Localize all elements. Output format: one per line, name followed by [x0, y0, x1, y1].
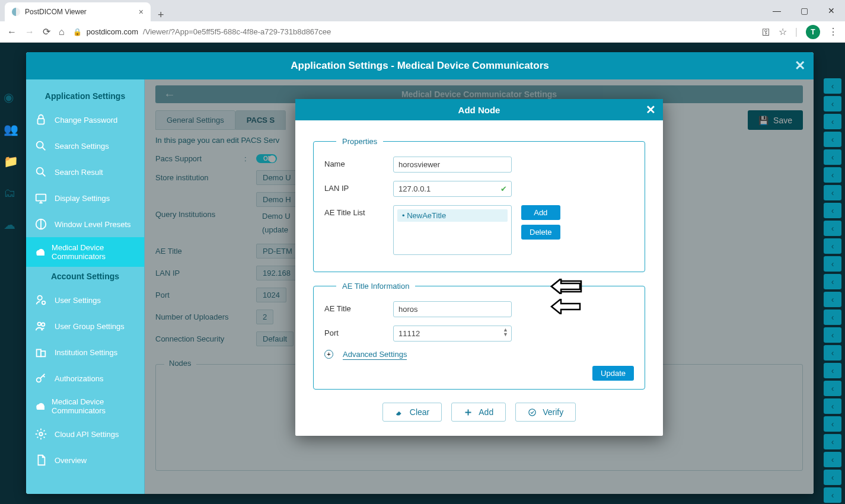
home-button[interactable]: ⌂: [59, 27, 65, 37]
clear-button[interactable]: Clear: [382, 403, 442, 422]
sidebar-item-user-settings[interactable]: User Settings: [26, 287, 144, 313]
panel-toggle[interactable]: ‹: [824, 363, 841, 378]
sidebar-item-label: Overview: [55, 456, 87, 465]
folder-icon[interactable]: 📁: [4, 154, 18, 168]
sidebar-item-label: User Group Settings: [55, 322, 125, 331]
svg-rect-10: [41, 351, 45, 356]
key-icon[interactable]: ⚿: [762, 27, 770, 37]
delete-aetitle-button[interactable]: Delete: [521, 225, 560, 240]
panel-toggle[interactable]: ‹: [824, 78, 841, 94]
close-window-button[interactable]: ✕: [818, 6, 845, 15]
sidebar-item-usergroup[interactable]: User Group Settings: [26, 313, 144, 339]
profile-avatar[interactable]: T: [806, 25, 820, 39]
sidebar-item-label: Medical Device Communicators: [52, 397, 136, 415]
sidebar-item-search-result[interactable]: Search Result: [26, 159, 144, 185]
settings-title: Application Settings - Medical Device Co…: [291, 60, 549, 72]
svg-point-11: [37, 378, 41, 382]
panel-toggle[interactable]: ‹: [824, 238, 841, 254]
sidebar-item-overview[interactable]: Overview: [26, 447, 144, 473]
panel-toggle[interactable]: ‹: [824, 327, 841, 343]
building-icon: [34, 346, 47, 359]
lanip-input[interactable]: [393, 181, 512, 197]
number-spinner-icon[interactable]: ▲▼: [503, 327, 508, 337]
panel-toggle[interactable]: ‹: [824, 398, 841, 414]
svg-point-7: [38, 323, 42, 326]
back-button[interactable]: ←: [7, 27, 17, 37]
sidebar-item-label: Window Level Presets: [55, 220, 131, 229]
check-circle-icon: [528, 408, 537, 417]
browser-menu-icon[interactable]: ⋮: [828, 26, 838, 37]
panel-toggle[interactable]: ‹: [824, 416, 841, 432]
sidebar-item-institution[interactable]: Institution Settings: [26, 339, 144, 365]
display-icon: [34, 192, 47, 205]
sidebar-section-app: Application Settings: [26, 87, 144, 107]
api-icon: [34, 428, 47, 441]
plus-circle-icon[interactable]: +: [324, 350, 333, 359]
panel-toggle[interactable]: ‹: [824, 149, 841, 165]
sidebar-item-change-password[interactable]: Change Password: [26, 107, 144, 133]
add-aetitle-button[interactable]: Add: [521, 205, 560, 220]
panel-toggle[interactable]: ‹: [824, 256, 841, 272]
patients-icon[interactable]: 👥: [4, 122, 18, 136]
browser-tab[interactable]: PostDICOM Viewer ×: [5, 2, 151, 21]
panel-toggle[interactable]: ‹: [824, 167, 841, 183]
bookmark-button[interactable]: ☆: [779, 26, 787, 37]
add-node-button[interactable]: Add: [451, 403, 506, 422]
sidebar-item-label: Search Result: [55, 168, 103, 177]
sidebar-item-display-settings[interactable]: Display Settings: [26, 185, 144, 211]
panel-toggle[interactable]: ‹: [824, 292, 841, 307]
panel-toggle[interactable]: ‹: [824, 381, 841, 396]
dialog-close-button[interactable]: ✕: [646, 103, 656, 117]
sidebar-item-window-level[interactable]: Window Level Presets: [26, 211, 144, 237]
verify-button[interactable]: Verify: [515, 403, 576, 422]
panel-toggle[interactable]: ‹: [824, 203, 841, 218]
panel-toggle[interactable]: ‹: [824, 185, 841, 200]
aetitle-info-fieldset: AE Title Information AE Title Port ▲▼ + …: [313, 282, 645, 390]
aetitle-listbox[interactable]: NewAeTitle: [393, 205, 512, 255]
panel-toggle[interactable]: ‹: [824, 434, 841, 449]
sidebar-item-authorizations[interactable]: Authorizations: [26, 365, 144, 391]
sidebar-item-search-settings[interactable]: Search Settings: [26, 133, 144, 159]
panel-toggle[interactable]: ‹: [824, 221, 841, 236]
tab-close-icon[interactable]: ×: [139, 7, 144, 17]
user-gear-icon: [34, 294, 47, 307]
svg-point-6: [42, 301, 46, 304]
panel-toggle[interactable]: ‹: [824, 310, 841, 325]
properties-fieldset: Properties Name LAN IP ✔ AE Title List N…: [313, 137, 645, 272]
panel-toggle[interactable]: ‹: [824, 345, 841, 361]
svg-point-8: [42, 323, 45, 327]
update-button[interactable]: Update: [592, 366, 634, 381]
panel-toggle[interactable]: ‹: [824, 487, 841, 503]
annotation-arrow: [550, 279, 582, 296]
valid-check-icon: ✔: [500, 184, 507, 193]
url-path: /Viewer/?App=0e5ff5f5-688c-4f8e-a729-731…: [143, 27, 331, 36]
maximize-button[interactable]: ▢: [790, 6, 818, 15]
port-input[interactable]: [393, 326, 512, 342]
panel-toggle[interactable]: ‹: [824, 470, 841, 485]
new-tab-button[interactable]: +: [151, 9, 171, 21]
cloud-icon[interactable]: ☁: [4, 218, 18, 232]
name-input[interactable]: [393, 157, 512, 173]
address-bar[interactable]: 🔒 postdicom.com/Viewer/?App=0e5ff5f5-688…: [73, 27, 754, 36]
panel-toggle[interactable]: ‹: [824, 452, 841, 467]
forward-button: →: [25, 27, 34, 37]
settings-close-button[interactable]: ✕: [795, 58, 805, 74]
panel-toggle[interactable]: ‹: [824, 132, 841, 147]
panel-toggle[interactable]: ‹: [824, 274, 841, 289]
sidebar-item-mdc[interactable]: Medical Device Communicators: [26, 237, 144, 267]
aetitle-input[interactable]: [393, 301, 512, 317]
sidebar-item-cloudapi[interactable]: Cloud API Settings: [26, 421, 144, 447]
advanced-settings-link[interactable]: Advanced Settings: [343, 350, 407, 360]
minimize-button[interactable]: —: [763, 6, 790, 15]
panel-toggle[interactable]: ‹: [824, 114, 841, 129]
archive-icon[interactable]: 🗂: [4, 186, 18, 200]
sidebar-item-mdc-account[interactable]: Medical Device Communicators: [26, 391, 144, 421]
sidebar-item-label: Authorizations: [55, 374, 103, 383]
name-label: Name: [324, 157, 384, 168]
aetitle-list-item[interactable]: NewAeTitle: [397, 209, 508, 222]
reload-button[interactable]: ⟳: [43, 26, 50, 37]
sidebar-item-label: Display Settings: [55, 194, 110, 203]
browser-tab-strip: PostDICOM Viewer × + — ▢ ✕: [0, 0, 845, 21]
panel-toggle[interactable]: ‹: [824, 96, 841, 111]
dialog-header: Add Node ✕: [295, 99, 663, 120]
